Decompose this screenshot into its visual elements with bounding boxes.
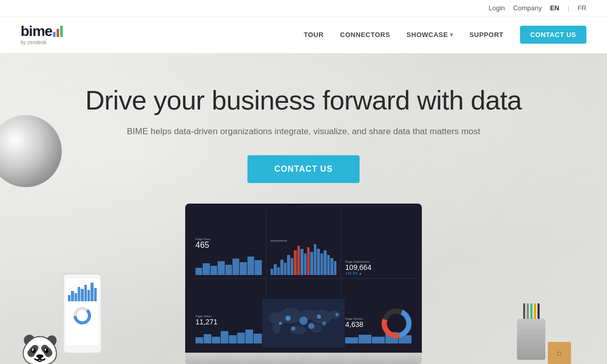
lang-en[interactable]: EN — [550, 4, 559, 12]
login-link[interactable]: Login — [489, 4, 505, 12]
cube-circle-icon: ○ — [557, 348, 562, 359]
svg-point-10 — [328, 311, 341, 319]
world-map-panel — [262, 299, 345, 348]
phone-chart — [68, 281, 97, 301]
laptop-body — [185, 353, 422, 364]
logo-bar-red — [57, 29, 59, 37]
hero-cta-button[interactable]: CONTACT US — [247, 155, 360, 183]
pencil-holder-decoration — [517, 319, 545, 360]
hero-section: Drive your business forward with data BI… — [0, 53, 607, 364]
logo[interactable]: bime by zendesk — [21, 24, 63, 45]
logo-by: by zendesk — [21, 40, 47, 45]
holder-body — [517, 319, 545, 360]
svg-point-19 — [279, 322, 282, 325]
nav-showcase[interactable]: SHOWCASE ▾ — [406, 31, 453, 39]
svg-point-20 — [291, 326, 295, 331]
nav-tour[interactable]: TOUR — [304, 31, 324, 39]
nav-support[interactable]: SUPPORT — [469, 31, 503, 39]
nav-links: TOUR CONNECTORS SHOWCASE ▾ SUPPORT CONTA… — [304, 26, 587, 44]
dashboard-impressions: Impressions — [266, 210, 341, 278]
phone-device — [62, 272, 108, 355]
phone-body — [62, 272, 103, 355]
dashboard-donut-right — [377, 299, 416, 348]
devices-section: 🐼 Page Fans 465 — [21, 204, 586, 364]
dashboard-page-fans: Page Fans 465 — [191, 210, 266, 278]
holder-texture — [517, 319, 545, 360]
logo-bar-blue — [53, 32, 56, 37]
svg-point-21 — [335, 313, 338, 316]
phone-screen — [66, 279, 99, 345]
world-map-svg — [262, 300, 345, 347]
dashboard-page-views: Page Views 11,271 — [191, 279, 266, 347]
svg-point-11 — [273, 323, 281, 334]
svg-point-14 — [285, 316, 291, 321]
logo-bar-green — [60, 26, 63, 37]
lang-separator: | — [567, 4, 569, 12]
hero-content: Drive your business forward with data BI… — [85, 84, 522, 183]
navbar: bime by zendesk TOUR CONNECTORS SHOWCASE… — [0, 16, 607, 53]
logo-text: bime — [21, 24, 52, 39]
panda-decoration: 🐼 — [21, 334, 59, 364]
svg-point-7 — [279, 308, 302, 323]
nav-connectors[interactable]: CONNECTORS — [340, 31, 390, 39]
wooden-cube-decoration: ○ — [548, 342, 571, 364]
svg-point-18 — [322, 321, 326, 325]
hero-subtitle: BIME helps data-driven organizations int… — [85, 126, 522, 137]
laptop-screen: Page Fans 465 — [185, 204, 422, 353]
nav-contact-button[interactable]: CONTACT US — [520, 26, 586, 44]
panda-body: 🐼 — [21, 334, 59, 364]
hero-title: Drive your business forward with data — [85, 84, 522, 116]
chart-page-views — [195, 328, 262, 343]
laptop-device: Page Fans 465 — [185, 204, 422, 364]
top-bar: Login Company EN | FR — [0, 0, 607, 16]
showcase-chevron-icon: ▾ — [450, 32, 453, 38]
lang-fr[interactable]: FR — [578, 4, 586, 12]
silver-ball-decoration — [0, 115, 62, 187]
svg-point-15 — [299, 317, 308, 325]
chart-page-fans — [195, 252, 262, 275]
phone-donut — [68, 305, 97, 326]
company-link[interactable]: Company — [513, 4, 542, 12]
svg-point-9 — [311, 310, 332, 324]
dashboard-page-impressions: Page Impressions 109,664 119.3% ▲ — [341, 210, 416, 278]
logo-bars — [53, 26, 63, 37]
chart-impressions — [271, 244, 337, 275]
svg-point-16 — [317, 315, 321, 319]
svg-point-17 — [308, 323, 314, 329]
